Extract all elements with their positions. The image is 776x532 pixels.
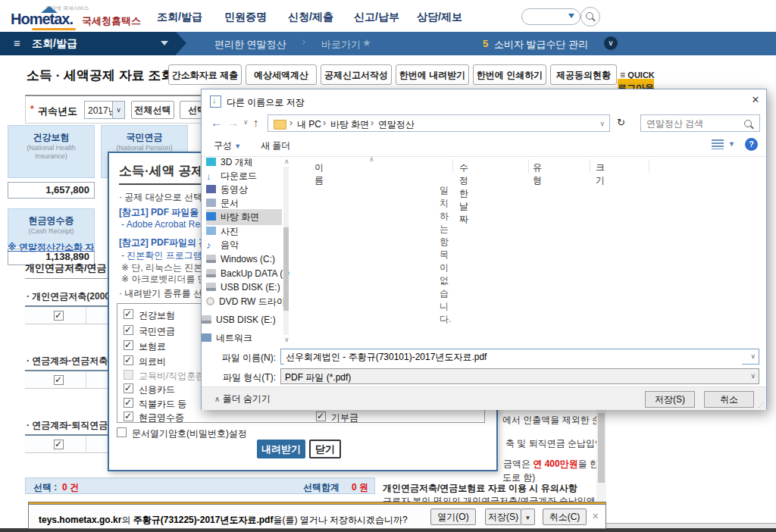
item-checkbox-donation[interactable] [316, 412, 326, 421]
drive-icon [202, 315, 211, 324]
sidebar-item-videos[interactable]: 동영상 [206, 183, 248, 196]
column-header-size[interactable]: 크기 [596, 161, 605, 187]
filename-combobox[interactable]: ∨ [280, 349, 759, 365]
column-header-date[interactable]: 수정한 날짜 [459, 161, 468, 226]
filename-input[interactable] [284, 350, 742, 365]
nav-apply-submit[interactable]: 신청/제출 [288, 11, 333, 24]
item-checkbox-health[interactable] [124, 309, 133, 319]
limit-highlight: 연 400만원 [533, 458, 577, 469]
dialog-cancel-button[interactable]: 취소 [704, 391, 754, 408]
alert-expand-button[interactable]: ∨ [604, 36, 618, 50]
item-checkbox-education[interactable] [124, 370, 133, 380]
address-dropdown-icon[interactable]: ∨ [599, 120, 605, 127]
row-select-checkbox[interactable] [54, 440, 64, 449]
hometax-logo[interactable]: 인터넷 국세서비스 Hometax. 국세청홈택스 [11, 5, 147, 29]
estimated-tax-calc-button[interactable]: 예상세액계산 [246, 64, 317, 85]
sidebar-item-backup-d[interactable]: BackUp DATA (D [206, 268, 289, 281]
resize-grip-icon[interactable]: ⋰ [758, 402, 764, 408]
sidebar-item-documents[interactable]: 문서 [206, 197, 239, 210]
folder-icon [274, 120, 286, 130]
item-checkbox-insurance[interactable] [124, 340, 133, 350]
column-header-name[interactable]: 이름 [314, 161, 324, 187]
nav-inquiry-issue[interactable]: 조회/발급 [157, 11, 202, 24]
sidebar-scrollbar[interactable] [283, 167, 289, 335]
back-icon[interactable]: ← [211, 116, 222, 129]
close-icon[interactable]: ✕ [746, 91, 765, 109]
dialog-save-button[interactable]: 저장(S) [645, 391, 695, 408]
item-checkbox-debit-card[interactable] [124, 398, 133, 408]
path-segment-pc[interactable]: 내 PC [297, 118, 321, 131]
recent-locations-icon[interactable]: ∨ [243, 118, 249, 126]
year-select[interactable]: 2017년 ∨ [84, 101, 125, 119]
consent-status-button[interactable]: 제공동의현황 [550, 64, 617, 85]
column-divider [86, 307, 86, 324]
notification-save-dropdown[interactable]: ▼ [521, 509, 535, 525]
header-search-input[interactable] [521, 8, 580, 25]
dialog-search-box[interactable] [640, 114, 760, 132]
up-icon[interactable]: ↑ [253, 116, 259, 129]
navbar-menu-block[interactable]: ≡ 조회/발급 [0, 32, 176, 55]
nav-report-pay[interactable]: 신고/납부 [354, 11, 399, 24]
row-select-checkbox[interactable] [54, 375, 64, 385]
favorite-star-icon[interactable]: ★ [362, 37, 371, 49]
breadcrumb-item-2[interactable]: 바로가기 [321, 38, 361, 52]
download-all-button[interactable]: 한번에 내려받기 [396, 64, 469, 85]
new-folder-button[interactable]: 새 폴더 [261, 139, 290, 152]
notification-cancel-button[interactable]: 취소(C) [543, 509, 587, 525]
print-all-button[interactable]: 한번에 인쇄하기 [473, 64, 546, 85]
sidebar-item-usb-e[interactable]: USB DISK (E:) [206, 282, 280, 295]
sidebar-scroll-up-icon[interactable]: ∧ [284, 158, 289, 165]
item-checkbox-cash-receipt[interactable] [124, 412, 133, 421]
view-mode-icon[interactable] [712, 139, 724, 149]
row-select-checkbox[interactable] [54, 311, 64, 321]
scrollbar-thumb[interactable] [283, 227, 289, 311]
column-header-type[interactable]: 유형 [533, 161, 542, 187]
chevron-down-icon[interactable]: ∨ [750, 352, 756, 360]
modal-download-button[interactable]: 내려받기 [257, 440, 305, 458]
sidebar-item-music[interactable]: ♪음악 [206, 239, 239, 252]
dialog-search-input[interactable] [645, 117, 743, 130]
item-checkbox-medical[interactable] [124, 355, 133, 365]
header-search-button[interactable] [580, 7, 600, 27]
video-icon [206, 185, 216, 193]
path-segment-desktop[interactable]: 바탕 화면 [330, 118, 369, 131]
sidebar-item-downloads[interactable]: ↓다운로드 [206, 170, 257, 183]
sidebar-item-windows-c[interactable]: Windows (C:) [206, 254, 275, 267]
sidebar-item-dvd[interactable]: DVD RW 드라이 [206, 296, 286, 308]
selection-sum-value: 0 원 [352, 481, 368, 494]
save-dialog-icon: ↓ [210, 95, 221, 108]
help-icon[interactable]: ? [745, 138, 758, 151]
modal-close-button[interactable]: 닫기 [309, 440, 341, 458]
path-segment-yearend[interactable]: 연말정산 [378, 118, 415, 131]
alert-label[interactable]: 소비자 발급수단 관리 [494, 38, 588, 52]
deduction-report-button[interactable]: 공제신고서작성 [321, 64, 392, 85]
submit-simplified-data-button[interactable]: 간소화자료 제출 [168, 64, 242, 85]
notification-save-button[interactable]: 저장(S) [485, 509, 521, 525]
item-checkbox-pension[interactable] [124, 325, 133, 335]
sidebar-scroll-down-icon[interactable]: ∨ [284, 336, 289, 343]
sidebar-item-pictures[interactable]: 사진 [206, 225, 239, 238]
scrollbar-thumb[interactable] [598, 413, 605, 483]
view-mode-dropdown-icon[interactable]: ▼ [728, 140, 735, 148]
notification-close-icon[interactable]: ✕ [592, 512, 599, 521]
password-option-checkbox[interactable] [117, 427, 127, 437]
page-scrollbar[interactable] [596, 410, 606, 502]
breadcrumb-item-1[interactable]: 편리한 연말정산 [214, 38, 286, 52]
sidebar-item-network[interactable]: 네트워크 [202, 332, 252, 345]
filetype-select[interactable]: PDF 파일 (*.pdf) ∨ [280, 368, 759, 384]
select-all-button[interactable]: 전체선택 [131, 101, 174, 119]
nav-consult-report[interactable]: 상담/제보 [417, 11, 462, 24]
hide-folders-button[interactable]: ∧ 폴더 숨기기 [214, 393, 271, 405]
tile-title: 국민연금 [102, 131, 187, 144]
notification-open-button[interactable]: 열기(O) [430, 509, 476, 525]
item-checkbox-credit-card[interactable] [124, 383, 133, 393]
simplified-data-notice-link[interactable]: ※ 연말정산간소화 자 [8, 241, 94, 254]
organize-button[interactable]: 구성 ▼ [214, 139, 241, 152]
sidebar-item-usb-e-2[interactable]: USB DISK (E:) [202, 315, 276, 327]
nav-civil-certificates[interactable]: 민원증명 [224, 11, 267, 24]
sidebar-item-3d-objects[interactable]: 3D 개체 [206, 156, 253, 169]
refresh-icon[interactable]: ↻ [617, 117, 625, 128]
address-bar[interactable]: › 내 PC › 바탕 화면 › 연말정산 ∨ [268, 114, 610, 132]
tile-health-insurance[interactable]: 건강보험 (National Health Insurance) [8, 125, 95, 178]
sidebar-item-desktop[interactable]: 바탕 화면 [206, 209, 282, 225]
